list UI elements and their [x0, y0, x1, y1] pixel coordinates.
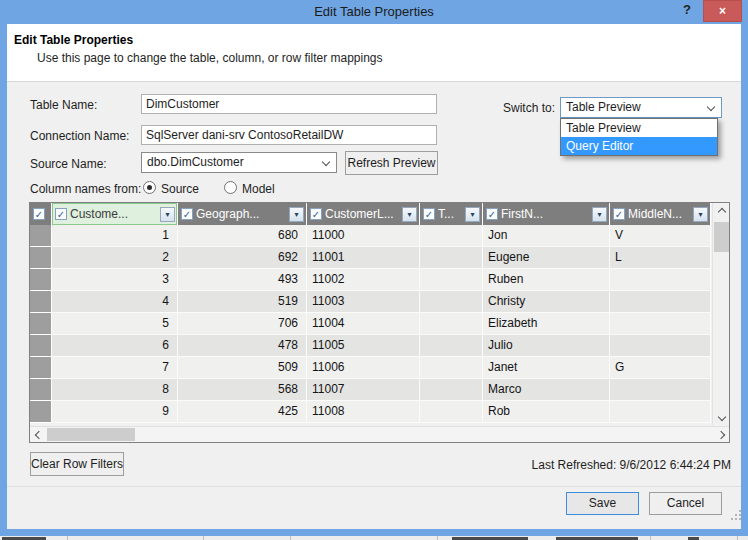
column-filter-button[interactable]: ▾ [693, 207, 708, 222]
dropdown-option-query-editor[interactable]: Query Editor [561, 137, 717, 155]
column-header[interactable]: ✓FirstN...▾ [483, 203, 610, 225]
grid-cell: Eugene [483, 247, 610, 269]
grid-cell: 11006 [307, 357, 420, 379]
column-filter-button[interactable]: ▾ [592, 207, 607, 222]
help-icon[interactable]: ? [678, 2, 696, 20]
table-name-label: Table Name: [30, 98, 97, 112]
row-header[interactable] [30, 225, 52, 247]
column-filter-button[interactable]: ▾ [289, 207, 304, 222]
clear-row-filters-button[interactable]: Clear Row Filters [30, 452, 124, 476]
chevron-down-icon [707, 103, 715, 111]
source-name-select[interactable]: dbo.DimCustomer [141, 152, 337, 173]
cancel-button[interactable]: Cancel [649, 492, 722, 515]
grid-cell [420, 357, 483, 379]
chevron-left-icon [34, 430, 42, 438]
grid-cell: Christy [483, 291, 610, 313]
close-button[interactable]: × [703, 0, 742, 22]
horizontal-scrollbar[interactable] [30, 426, 729, 442]
grid-cell [420, 335, 483, 357]
grid-cell: Jon [483, 225, 610, 247]
row-header[interactable] [30, 357, 52, 379]
grid-cell: 692 [178, 247, 307, 269]
column-filter-button[interactable]: ▾ [465, 207, 480, 222]
grid-cell: 680 [178, 225, 307, 247]
connection-name-label: Connection Name: [30, 129, 129, 143]
grid-cell: 11004 [307, 313, 420, 335]
column-header[interactable]: ✓Custome...▾ [52, 203, 178, 225]
scroll-thumb-horizontal[interactable] [47, 428, 135, 441]
column-checkbox[interactable]: ✓ [55, 208, 67, 220]
last-refreshed-text: Last Refreshed: 9/6/2012 6:44:24 PM [532, 458, 731, 472]
switch-to-label: Switch to: [503, 101, 555, 115]
grid-cell: 6 [52, 335, 178, 357]
vertical-scrollbar[interactable] [712, 203, 729, 425]
table-row: 269211001EugeneL [30, 247, 711, 269]
column-header[interactable]: ✓Geograph...▾ [178, 203, 307, 225]
column-filter-button[interactable]: ▾ [402, 207, 417, 222]
grid-cell: G [610, 357, 711, 379]
refresh-preview-button[interactable]: Refresh Preview [345, 151, 438, 175]
row-header[interactable] [30, 247, 52, 269]
row-header[interactable] [30, 291, 52, 313]
save-button[interactable]: Save [566, 492, 639, 515]
column-header-label: MiddleN... [625, 207, 691, 221]
table-row: 168011000JonV [30, 225, 711, 247]
scroll-right-button[interactable] [713, 427, 728, 442]
radio-source-label[interactable]: Source [161, 182, 199, 196]
grid-cell [610, 401, 711, 423]
grid-cell [610, 269, 711, 291]
column-checkbox[interactable]: ✓ [613, 208, 625, 220]
grid-cell: Janet [483, 357, 610, 379]
column-header[interactable]: ✓CustomerL...▾ [307, 203, 420, 225]
dropdown-option-table-preview[interactable]: Table Preview [561, 119, 717, 137]
grid-cell: Elizabeth [483, 313, 610, 335]
grid-cell: 3 [52, 269, 178, 291]
table-row: 349311002Ruben [30, 269, 711, 291]
source-name-value: dbo.DimCustomer [147, 155, 244, 169]
switch-to-select[interactable]: Table Preview [560, 97, 722, 118]
resize-grip[interactable] [731, 510, 741, 520]
chevron-down-icon [322, 158, 330, 166]
grid-cell: 8 [52, 379, 178, 401]
column-header[interactable]: ✓T...▾ [420, 203, 483, 225]
scroll-left-button[interactable] [31, 427, 46, 442]
connection-name-input[interactable] [141, 125, 437, 145]
background-app-strip [0, 536, 748, 540]
table-row: 942511008Rob [30, 401, 711, 423]
switch-to-value: Table Preview [566, 100, 641, 114]
grid-cell [610, 291, 711, 313]
grid-cell: 5 [52, 313, 178, 335]
radio-source[interactable] [143, 181, 156, 194]
row-header[interactable] [30, 313, 52, 335]
row-header[interactable] [30, 379, 52, 401]
source-name-label: Source Name: [30, 157, 107, 171]
scroll-thumb-vertical[interactable] [714, 222, 729, 252]
grid-cell: 519 [178, 291, 307, 313]
grid-cell: 425 [178, 401, 307, 423]
grid-cell: 1 [52, 225, 178, 247]
grid-cell: Julio [483, 335, 610, 357]
scroll-up-button[interactable] [714, 204, 729, 219]
scroll-down-button[interactable] [714, 409, 729, 424]
preview-grid: ✓ ✓Custome...▾✓Geograph...▾✓CustomerL...… [29, 202, 730, 443]
grid-cell: 7 [52, 357, 178, 379]
column-filter-button[interactable]: ▾ [160, 207, 175, 222]
dialog-header-section: Edit Table Properties Use this page to c… [7, 24, 741, 82]
grid-cell: 478 [178, 335, 307, 357]
close-icon: × [719, 4, 726, 18]
column-checkbox[interactable]: ✓ [486, 208, 498, 220]
grid-cell [420, 269, 483, 291]
column-header[interactable]: ✓MiddleN...▾ [610, 203, 711, 225]
table-name-input[interactable] [141, 94, 437, 114]
column-checkbox[interactable]: ✓ [181, 208, 193, 220]
row-header[interactable] [30, 401, 52, 423]
column-checkbox[interactable]: ✓ [423, 208, 435, 220]
radio-model[interactable] [224, 181, 237, 194]
select-all-header-cell[interactable]: ✓ [30, 203, 52, 225]
select-all-checkbox[interactable]: ✓ [33, 208, 45, 220]
grid-cell: 4 [52, 291, 178, 313]
row-header[interactable] [30, 269, 52, 291]
row-header[interactable] [30, 335, 52, 357]
column-checkbox[interactable]: ✓ [310, 208, 322, 220]
radio-model-label[interactable]: Model [242, 182, 275, 196]
